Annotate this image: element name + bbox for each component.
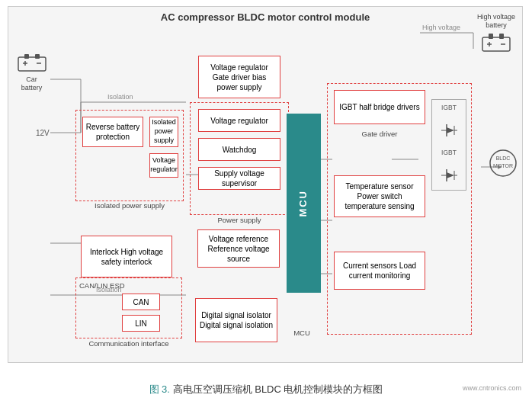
- watchdog-box: Watchdog: [198, 138, 280, 161]
- igbt-symbol-2: [437, 165, 460, 186]
- temperature-sensor-box: Temperature sensor Power switch temperat…: [334, 175, 425, 217]
- svg-rect-21: [24, 54, 29, 59]
- svg-rect-22: [35, 54, 40, 59]
- isolated-power-supply-region: Reverse battery protection Isolated powe…: [75, 110, 184, 201]
- voltage-reference-box: Voltage reference Reference voltage sour…: [197, 229, 280, 268]
- svg-rect-28: [499, 34, 504, 39]
- high-voltage-battery: High voltagebattery: [476, 13, 516, 56]
- voltage-regulator-small-box: Voltage regulator: [149, 153, 178, 178]
- digital-signal-isolator-box: Digital signal isolator Digital signal i…: [195, 298, 277, 342]
- canlin-esd-label: CAN/LIN ESD: [79, 281, 125, 290]
- reverse-battery-box: Reverse battery protection: [82, 117, 143, 147]
- power-supply-label: Power supply: [190, 216, 289, 224]
- igbt-half-bridge-box: IGBT half bridge drivers: [334, 90, 425, 124]
- caption-text: 图 3. 高电压空调压缩机 BLDC 电机控制模块的方框图: [149, 383, 383, 395]
- caption-body: 高电压空调压缩机 BLDC 电机控制模块的方框图: [173, 383, 383, 395]
- voltage-regulator-top-box: Voltage regulator Gate driver bias power…: [198, 56, 280, 98]
- interlock-box: Interlock High voltage safety interlock: [81, 236, 172, 277]
- svg-text:12V: 12V: [36, 129, 50, 137]
- igbt-label-1: IGBT: [441, 104, 457, 111]
- diagram-title: AC compressor BLDC motor control module: [8, 7, 522, 26]
- svg-marker-37: [447, 127, 454, 133]
- svg-rect-26: [482, 37, 510, 51]
- current-sensors-box: Current sensors Load current monitoring: [334, 252, 425, 290]
- communication-label: Communication interface: [75, 339, 182, 348]
- svg-text:Isolation: Isolation: [107, 93, 133, 101]
- right-region: IGBT half bridge drivers Gate driver Tem…: [327, 83, 472, 335]
- isolated-power-supply-box: Isolated power supply: [149, 117, 178, 147]
- supply-voltage-supervisor-box: Supply voltage supervisor: [198, 167, 280, 190]
- mcu-box: MCU: [287, 114, 321, 293]
- lin-box: LIN: [122, 315, 160, 332]
- high-voltage-battery-label: High voltagebattery: [476, 13, 516, 30]
- diagram-area: AC compressor BLDC motor control module …: [8, 6, 523, 363]
- mcu-label-bottom: MCU: [283, 329, 321, 337]
- igbt-symbol-1: [437, 120, 460, 141]
- svg-rect-20: [18, 57, 46, 71]
- power-supply-region: Voltage regulator Gate driver bias power…: [190, 102, 289, 215]
- svg-rect-27: [489, 34, 493, 39]
- high-voltage-battery-icon: [481, 31, 511, 54]
- isolated-power-supply-label: Isolated power supply: [75, 201, 184, 210]
- car-battery-icon: [17, 53, 47, 74]
- svg-text:MOTOR: MOTOR: [493, 163, 513, 168]
- car-battery-label: Carbattery: [14, 75, 49, 92]
- communication-region: CAN/LIN ESD CAN LIN: [75, 277, 182, 338]
- bldc-motor: BLDC MOTOR: [489, 140, 518, 186]
- svg-marker-42: [447, 172, 454, 178]
- bldc-motor-icon: BLDC MOTOR: [489, 140, 518, 186]
- caption-area: 图 3. 高电压空调压缩机 BLDC 电机控制模块的方框图: [0, 383, 532, 396]
- svg-text:BLDC: BLDC: [496, 156, 511, 161]
- voltage-regulator-mid-box: Voltage regulator: [198, 109, 280, 132]
- igbt-label-2: IGBT: [441, 149, 457, 156]
- igbt-symbols-box: IGBT IGBT: [431, 99, 466, 191]
- watermark: www.cntronics.com: [463, 384, 521, 392]
- car-battery: Carbattery: [14, 53, 49, 92]
- gate-driver-label: Gate driver: [334, 130, 425, 138]
- can-box: CAN: [122, 294, 160, 310]
- caption-highlight: 图 3.: [149, 383, 170, 395]
- page-container: AC compressor BLDC motor control module …: [0, 0, 532, 401]
